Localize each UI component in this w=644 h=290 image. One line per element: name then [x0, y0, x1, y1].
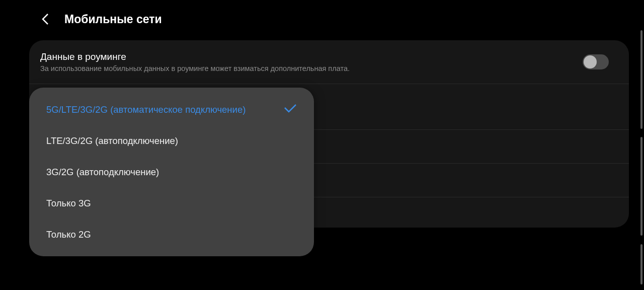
dropdown-option-3g2g[interactable]: 3G/2G (автоподключение)	[29, 157, 314, 188]
dropdown-option-label: 3G/2G (автоподключение)	[46, 167, 159, 178]
dropdown-option-3g[interactable]: Только 3G	[29, 188, 314, 219]
scroll-indicator	[640, 244, 642, 284]
network-mode-dropdown: 5G/LTE/3G/2G (автоматическое подключение…	[29, 88, 314, 256]
dropdown-option-5g[interactable]: 5G/LTE/3G/2G (автоматическое подключение…	[29, 94, 314, 125]
roaming-title: Данные в роуминге	[40, 51, 350, 62]
page-title: Мобильные сети	[64, 13, 162, 26]
roaming-text: Данные в роуминге За использование мобил…	[40, 51, 350, 72]
dropdown-option-2g[interactable]: Только 2G	[29, 219, 314, 250]
scroll-indicator	[640, 137, 642, 236]
check-icon	[284, 104, 297, 115]
header: Мобильные сети	[0, 0, 644, 36]
dropdown-option-label: 5G/LTE/3G/2G (автоматическое подключение…	[46, 104, 246, 115]
roaming-row[interactable]: Данные в роуминге За использование мобил…	[29, 40, 629, 84]
dropdown-option-label: Только 2G	[46, 229, 91, 240]
dropdown-option-label: Только 3G	[46, 198, 91, 209]
back-icon	[41, 12, 50, 26]
dropdown-option-lte[interactable]: LTE/3G/2G (автоподключение)	[29, 125, 314, 157]
roaming-toggle[interactable]	[583, 54, 609, 69]
dropdown-option-label: LTE/3G/2G (автоподключение)	[46, 135, 178, 147]
back-button[interactable]	[38, 12, 52, 26]
toggle-knob	[584, 55, 597, 68]
scroll-indicator	[640, 30, 642, 129]
roaming-subtitle: За использование мобильных данных в роум…	[40, 64, 350, 72]
